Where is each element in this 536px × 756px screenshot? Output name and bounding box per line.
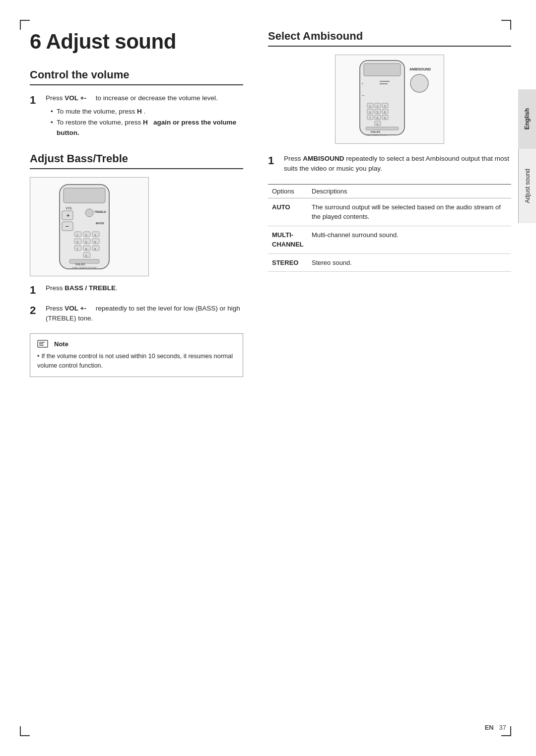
side-tab-adjust-sound: Adjust sound — [518, 149, 536, 223]
note-icon — [37, 340, 48, 348]
svg-text:BASS: BASS — [96, 222, 104, 225]
step-ambisound-1: 1 Press AMBISOUND repeatedly to select a… — [268, 154, 511, 174]
step-bass-1-bold: BASS / TREBLE — [65, 284, 116, 292]
step-ambisound-1-number: 1 — [268, 154, 278, 168]
step-vol-1-text-before: Press — [46, 94, 65, 102]
svg-text:7: 7 — [369, 117, 371, 120]
svg-text:VOL: VOL — [66, 206, 72, 210]
bass-treble-remote-svg: VOL + − TREBLE BASS 1 2 3 — [45, 182, 134, 271]
svg-text:AMBISOUND: AMBISOUND — [409, 67, 431, 71]
options-table-header-row: Options Descriptions — [268, 184, 511, 198]
option-stereo: STEREO — [268, 253, 308, 272]
svg-text:2: 2 — [377, 105, 378, 108]
left-column: 6 Adjust sound Control the volume 1 Pres… — [30, 30, 258, 726]
svg-text:+: + — [67, 212, 69, 218]
description-stereo: Stereo sound. — [308, 253, 511, 272]
svg-text:−: − — [66, 223, 68, 229]
svg-rect-38 — [364, 63, 401, 76]
svg-text:8: 8 — [377, 117, 378, 120]
step-bass-2-bold: VOL +- — [65, 305, 86, 312]
step-vol-1-content: Press VOL +- to increase or decrease the… — [46, 93, 243, 138]
footer: EN 37 — [485, 724, 506, 731]
description-auto: The surround output will be selected bas… — [308, 198, 511, 226]
step-vol-1-bullets: To mute the volume, press H . To restore… — [51, 106, 243, 138]
step-vol-1-number: 1 — [30, 93, 40, 108]
svg-text:HOME THEATER SYSTEM: HOME THEATER SYSTEM — [366, 134, 387, 136]
step-vol-1-text-after: to increase or decrease the volume level… — [86, 94, 218, 102]
svg-text:HOME THEATER SYSTEM: HOME THEATER SYSTEM — [72, 266, 96, 269]
right-column: Select Ambisound AMBISOUND + − 1 — [258, 30, 511, 726]
options-table-head: Options Descriptions — [268, 184, 511, 198]
table-row-stereo: STEREO Stereo sound. — [268, 253, 511, 272]
svg-text:0: 0 — [377, 123, 378, 126]
step-ambisound-1-content: Press AMBISOUND repeatedly to select a b… — [284, 154, 511, 174]
step-bass-2-content: Press VOL +- repeatedly to set the level… — [46, 304, 243, 324]
step-bass-2: 2 Press VOL +- repeatedly to set the lev… — [30, 304, 243, 324]
note-label: Note — [54, 340, 68, 348]
step-vol-1-bold: VOL +- — [65, 94, 86, 102]
svg-rect-65 — [366, 127, 399, 130]
col-options-header: Options — [268, 184, 308, 198]
svg-rect-1 — [64, 188, 105, 203]
table-row-multi-channel: MULTI-CHANNEL Multi-channel surround sou… — [268, 226, 511, 253]
col-descriptions-header: Descriptions — [308, 184, 511, 198]
section-control-volume-header: Control the volume — [30, 68, 243, 85]
bass-treble-remote-diagram: VOL + − TREBLE BASS 1 2 3 — [30, 177, 149, 276]
note-text: •If the volume control is not used withi… — [37, 352, 236, 371]
note-header: Note — [37, 340, 236, 348]
svg-point-9 — [85, 209, 93, 217]
svg-text:3: 3 — [384, 105, 386, 108]
description-multi-channel: Multi-channel surround sound. — [308, 226, 511, 253]
footer-page: 37 — [499, 724, 506, 731]
note-box: Note •If the volume control is not used … — [30, 333, 243, 377]
side-tab-english: English — [518, 89, 536, 149]
side-tab-english-label: English — [524, 108, 531, 129]
section-bass-treble-header: Adjust Bass/Treble — [30, 152, 243, 169]
svg-text:PHILIPS: PHILIPS — [75, 263, 85, 266]
step-bass-1: 1 Press BASS / TREBLE. — [30, 283, 243, 298]
step-bass-2-number: 2 — [30, 304, 40, 318]
svg-rect-44 — [380, 83, 388, 84]
page-title-text: Adjust sound — [46, 30, 176, 53]
option-auto: AUTO — [268, 198, 308, 226]
svg-text:−: − — [362, 93, 364, 98]
svg-text:PHILIPS: PHILIPS — [371, 130, 381, 133]
svg-text:TREBLE: TREBLE — [94, 210, 106, 213]
options-table: Options Descriptions AUTO The surround o… — [268, 184, 511, 272]
bullet-restore: To restore the volume, press H again or … — [51, 117, 243, 138]
step-bass-1-content: Press BASS / TREBLE. — [46, 283, 243, 293]
page-title: 6 Adjust sound — [30, 30, 243, 54]
side-tab-adjust-label: Adjust sound — [524, 169, 531, 203]
table-row-auto: AUTO The surround output will be selecte… — [268, 198, 511, 226]
svg-text:+: + — [362, 82, 364, 85]
svg-text:6: 6 — [384, 111, 386, 114]
step-ambisound-1-bold: AMBISOUND — [303, 155, 344, 162]
ambisound-remote-diagram: AMBISOUND + − 1 2 3 4 5 — [335, 55, 444, 144]
ambisound-remote-svg: AMBISOUND + − 1 2 3 4 5 — [340, 60, 439, 139]
svg-text:9: 9 — [384, 117, 386, 120]
svg-text:4: 4 — [369, 111, 371, 114]
svg-text:5: 5 — [377, 111, 378, 114]
section-ambisound-header: Select Ambisound — [268, 30, 511, 47]
svg-point-40 — [410, 74, 428, 92]
page-title-number: 6 — [30, 30, 41, 53]
step-bass-1-number: 1 — [30, 283, 40, 298]
bullet-mute: To mute the volume, press H . — [51, 106, 243, 117]
footer-en: EN — [485, 724, 494, 731]
step-vol-1: 1 Press VOL +- to increase or decrease t… — [30, 93, 243, 138]
svg-rect-43 — [380, 81, 390, 82]
options-table-body: AUTO The surround output will be selecte… — [268, 198, 511, 272]
svg-text:1: 1 — [369, 105, 371, 108]
option-multi-channel: MULTI-CHANNEL — [268, 226, 308, 253]
